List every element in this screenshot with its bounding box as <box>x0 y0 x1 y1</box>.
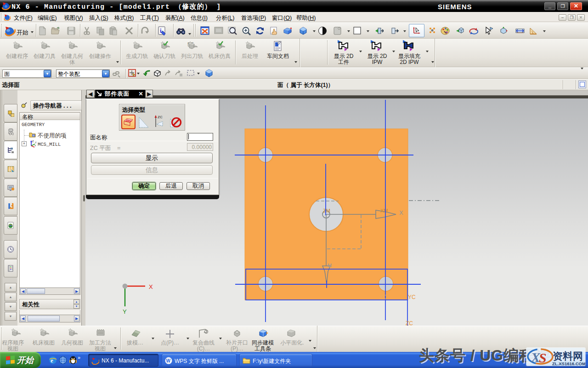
svg-text:ZC: ZC <box>406 320 413 326</box>
svg-text:YC: YC <box>408 294 416 300</box>
svg-text:XM: XM <box>380 208 388 213</box>
svg-text:Z: Z <box>32 140 34 143</box>
svg-text:ZC: ZC <box>158 115 163 119</box>
svg-text:资料网: 资料网 <box>553 351 583 362</box>
svg-text:Y: Y <box>123 308 127 315</box>
svg-text:M: M <box>328 263 332 268</box>
svg-text:X: X <box>399 209 403 216</box>
svg-text:XC: XC <box>379 294 387 300</box>
svg-text:S: S <box>539 350 547 365</box>
svg-text:ZM: ZM <box>323 208 330 213</box>
svg-text:W: W <box>166 358 171 363</box>
svg-text:X: X <box>149 283 153 290</box>
svg-text:x: x <box>34 144 36 147</box>
svg-text:ZL.XS1616.COM: ZL.XS1616.COM <box>552 361 585 366</box>
